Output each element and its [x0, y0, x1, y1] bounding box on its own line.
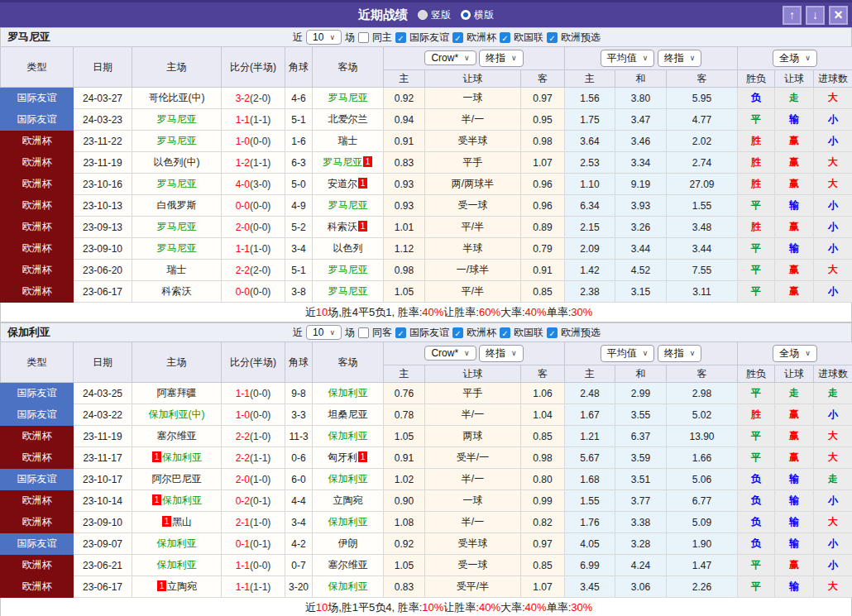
unit-label: 场 — [345, 326, 355, 340]
chevron-down-icon: ∨ — [511, 350, 517, 357]
asian-odds-group: Crow*∨ 终指∨ — [384, 47, 565, 70]
average-select[interactable]: 平均值∨ — [601, 345, 655, 362]
league-checkbox-qualifier[interactable]: ✓ — [547, 32, 558, 43]
match-date: 23-10-17 — [74, 469, 132, 490]
recent-count-select[interactable]: 10 ∨ — [306, 30, 342, 45]
outcome-result: 负 — [738, 88, 775, 109]
summary-stat-value: 40% — [479, 601, 500, 614]
euro-away-odds: 6.77 — [667, 490, 738, 512]
final-odds-select-2[interactable]: 终指∨ — [658, 345, 702, 362]
match-type-badge: 欧洲杯 — [1, 152, 74, 174]
radio-selected-icon[interactable] — [461, 10, 471, 20]
asian-away-odds: 0.85 — [521, 555, 565, 576]
col-corner: 角球 — [285, 342, 313, 383]
asian-home-odds: 0.76 — [384, 383, 425, 404]
match-type-badge: 欧洲杯 — [1, 238, 74, 260]
match-type-badge: 欧洲杯 — [1, 447, 74, 469]
euro-away-odds: 5.09 — [667, 512, 738, 533]
page-title: 近期战绩 — [358, 7, 408, 23]
asian-home-odds: 0.92 — [384, 533, 425, 555]
euro-odds-group: 平均值∨ 终指∨ — [565, 47, 738, 70]
average-value: 平均值 — [607, 51, 637, 65]
goals-result: 小 — [814, 238, 852, 260]
average-value: 平均值 — [607, 346, 637, 361]
red-card-badge: 1 — [358, 178, 367, 189]
match-score: 2-2(1-1) — [222, 447, 285, 469]
euro-draw-odds: 3.38 — [615, 512, 667, 533]
league-checkbox-qualifier[interactable]: ✓ — [547, 327, 558, 338]
recent-count-select[interactable]: 10 ∨ — [306, 325, 342, 340]
league-checkbox-nationsleague[interactable]: ✓ — [500, 327, 510, 338]
move-up-button[interactable]: ↑ — [783, 6, 802, 25]
league-label-qualifier: 欧洲预选 — [561, 326, 601, 340]
bookmaker-select[interactable]: Crow*∨ — [424, 50, 476, 65]
asian-handicap: 受半球 — [425, 533, 521, 555]
home-team: 以色列(中) — [132, 152, 222, 174]
euro-home-odds: 6.34 — [565, 195, 615, 217]
handicap-result: 赢 — [775, 426, 814, 447]
outcome-result: 胜 — [738, 152, 775, 174]
match-type-badge: 欧洲杯 — [1, 512, 74, 533]
league-checkbox-friendly[interactable]: ✓ — [395, 32, 406, 43]
match-score: 1-1(1-0) — [222, 238, 285, 260]
down-arrow-icon: ↓ — [812, 9, 818, 21]
euro-away-odds: 1.47 — [667, 555, 738, 576]
outcome-result: 负 — [738, 533, 775, 555]
asian-away-odds: 1.06 — [521, 383, 565, 404]
average-select[interactable]: 平均值∨ — [601, 50, 655, 67]
corner-score: 3-8 — [285, 281, 313, 303]
red-card-badge: 1 — [157, 580, 166, 591]
check-icon: ✓ — [501, 34, 508, 43]
final-odds-select[interactable]: 终指∨ — [479, 50, 524, 67]
check-icon: ✓ — [548, 329, 555, 338]
match-type-badge: 国际友谊 — [1, 469, 74, 490]
goals-result: 大 — [814, 512, 852, 533]
final-odds-select-2[interactable]: 终指∨ — [658, 50, 702, 67]
match-date: 23-09-10 — [74, 512, 132, 533]
handicap-result: 输 — [775, 109, 814, 131]
league-checkbox-eurocup[interactable]: ✓ — [452, 32, 463, 43]
scope-select[interactable]: 全场∨ — [773, 50, 817, 67]
same-home-checkbox[interactable] — [358, 32, 369, 43]
radio-unselected-icon[interactable] — [418, 10, 428, 20]
chevron-down-icon: ∨ — [329, 34, 335, 41]
asian-away-odds: 0.96 — [521, 195, 565, 217]
match-score: 2-0(0-0) — [222, 217, 285, 238]
asian-handicap: 两/两球半 — [425, 174, 521, 195]
league-checkbox-nationsleague[interactable]: ✓ — [500, 32, 510, 43]
final-odds-select[interactable]: 终指∨ — [479, 345, 524, 362]
red-card-badge: 1 — [363, 156, 372, 167]
goals-result: 小 — [814, 109, 852, 131]
away-team: 匈牙利1 — [313, 447, 384, 469]
summary-stat-label: 近 — [305, 305, 316, 320]
scope-select[interactable]: 全场∨ — [773, 345, 817, 362]
move-down-button[interactable]: ↓ — [806, 6, 825, 25]
home-team: 罗马尼亚 — [132, 131, 222, 152]
close-button[interactable]: × — [829, 6, 848, 25]
bookmaker-select[interactable]: Crow*∨ — [424, 346, 476, 361]
handicap-result: 输 — [775, 576, 814, 598]
league-checkbox-friendly[interactable]: ✓ — [395, 327, 406, 338]
up-arrow-icon: ↑ — [789, 9, 795, 21]
final-odds-value-2: 终指 — [664, 346, 684, 361]
col-score: 比分(半场) — [222, 47, 285, 88]
subcol-goals: 进球数 — [814, 365, 852, 383]
layout-radio-vertical[interactable]: 竖版 — [418, 8, 451, 22]
goals-result: 走 — [814, 469, 852, 490]
match-date: 23-06-21 — [74, 555, 132, 576]
match-score: 1-1(1-1) — [222, 109, 285, 131]
euro-home-odds: 3.45 — [565, 576, 615, 598]
euro-away-odds: 1.66 — [667, 447, 738, 469]
league-checkbox-eurocup[interactable]: ✓ — [452, 327, 463, 338]
match-date: 23-10-16 — [74, 174, 132, 195]
same-away-checkbox[interactable] — [358, 327, 369, 338]
corner-score: 5-1 — [285, 109, 313, 131]
layout-radio-horizontal[interactable]: 横版 — [461, 8, 494, 22]
match-row: 欧洲杯23-09-10罗马尼亚1-1(1-0)3-4以色列1.12半球0.792… — [1, 238, 852, 260]
euro-home-odds: 2.09 — [565, 238, 615, 260]
home-team: 瑞士 — [132, 260, 222, 281]
match-row: 欧洲杯23-06-21保加利亚1-1(0-0)0-7塞尔维亚1.05受一球0.8… — [1, 555, 852, 576]
recent-count-value: 10 — [313, 327, 323, 338]
red-card-badge: 1 — [162, 516, 171, 527]
league-label-friendly: 国际友谊 — [409, 326, 449, 340]
